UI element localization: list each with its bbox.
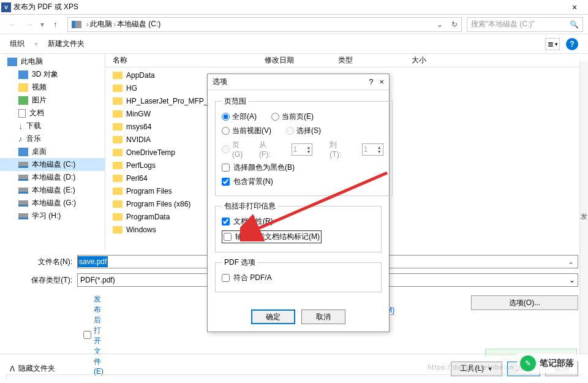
col-size[interactable]: 大小: [412, 55, 588, 66]
search-input[interactable]: 搜索"本地磁盘 (C:)" 🔍: [467, 17, 583, 32]
radio-pages: 页(G): [222, 140, 244, 159]
breadcrumb-dropdown[interactable]: ⌄: [432, 20, 448, 29]
documents-icon: [18, 109, 26, 118]
folder-icon: [113, 72, 123, 79]
folder-icon: [113, 188, 123, 195]
drivec-icon: [18, 162, 28, 168]
folder-icon: [113, 175, 123, 182]
drive-icon: [72, 21, 81, 28]
window-close-button[interactable]: ×: [562, 0, 587, 15]
sidebar-label: 此电脑: [21, 56, 43, 67]
folder-icon: [113, 110, 123, 118]
dialog-help-button[interactable]: ?: [369, 77, 373, 86]
breadcrumb-pc[interactable]: 此电脑: [90, 19, 112, 29]
radio-all[interactable]: 全部(A): [222, 112, 257, 122]
driveh-icon: [18, 213, 28, 219]
black-label: 选择颜色为黑色(B): [233, 162, 295, 173]
watermark-logo: ✎ 笔记部落: [517, 354, 577, 373]
sidebar-item-downloads[interactable]: ↓下载: [0, 119, 105, 132]
file-name: PerfLogs: [126, 161, 156, 170]
sidebar-item-3d[interactable]: 3D 对象: [0, 68, 105, 81]
nonprint-legend: 包括非打印信息: [222, 201, 278, 211]
right-collapsed-pane[interactable]: 发: [579, 61, 588, 354]
refresh-button[interactable]: ↻: [451, 20, 458, 29]
sidebar-item-computer[interactable]: 此电脑: [0, 55, 105, 68]
savetype-label: 保存类型(T):: [10, 275, 77, 286]
sidebar-label: 图片: [32, 95, 47, 105]
sidebar-label: 桌面: [32, 146, 47, 157]
nav-forward-button[interactable]: →: [22, 17, 37, 32]
nonprint-fieldset: 包括非打印信息 文档属性(R) 辅助功能文档结构标记(M): [215, 201, 382, 252]
options-button[interactable]: 选项(O)...: [471, 295, 578, 310]
sidebar-label: 3D 对象: [32, 69, 58, 80]
radio-current-view[interactable]: 当前视图(V): [222, 126, 271, 136]
from-spinner: 1▲▼: [292, 143, 313, 156]
sidebar-item-drivec[interactable]: 本地磁盘 (C:): [0, 158, 105, 171]
desktop-icon: [18, 148, 28, 156]
accessibility-checkbox[interactable]: [224, 233, 232, 241]
nav-back-button[interactable]: ←: [5, 17, 20, 32]
col-name[interactable]: 名称: [113, 55, 265, 66]
folder-icon: [113, 149, 123, 156]
black-checkbox[interactable]: [222, 164, 230, 172]
drivee-icon: [18, 188, 28, 194]
folder-icon: [113, 226, 123, 233]
radio-current[interactable]: 当前页(E): [271, 112, 314, 122]
file-name: HP_LaserJet_Pro_MFP_: [126, 97, 208, 105]
window-title: 发布为 PDF 或 XPS: [13, 2, 562, 12]
sidebar-item-documents[interactable]: 文档: [0, 107, 105, 119]
dialog-title: 选项: [213, 77, 227, 87]
page-range-legend: 页范围: [222, 96, 249, 107]
view-mode-button[interactable]: ≣▾: [545, 38, 560, 50]
sidebar-item-driveh[interactable]: 学习 (H:): [0, 210, 105, 222]
new-folder-button[interactable]: 新建文件夹: [48, 39, 85, 49]
watermark-url: https://docs.notetribe.cn: [428, 363, 514, 371]
sidebar-item-drived[interactable]: 本地磁盘 (D:): [0, 171, 105, 184]
sidebar-label: 本地磁盘 (G:): [32, 198, 76, 208]
organize-button[interactable]: 组织: [10, 39, 24, 49]
nav-sep: ▾: [39, 20, 45, 29]
hide-folders-button[interactable]: ᐱ 隐藏文件夹: [10, 363, 55, 374]
background-checkbox[interactable]: [222, 178, 230, 186]
nav-up-button[interactable]: ↑: [48, 17, 62, 32]
to-spinner: 1▲▼: [362, 143, 383, 156]
options-dialog: 选项 ? × 页范围 全部(A) 当前页(E) 当前视图(V) 选择(S) 页(…: [207, 74, 390, 332]
videos-icon: [18, 83, 28, 92]
dialog-close-button[interactable]: ×: [379, 77, 384, 86]
sidebar-item-drivee[interactable]: 本地磁盘 (E:): [0, 184, 105, 197]
pdfa-checkbox[interactable]: [222, 274, 230, 282]
sidebar-item-music[interactable]: ♪音乐: [0, 132, 105, 145]
sidebar-item-desktop[interactable]: 桌面: [0, 145, 105, 158]
sidebar-item-pictures[interactable]: 图片: [0, 94, 105, 107]
col-type[interactable]: 类型: [338, 55, 412, 66]
folder-icon: [113, 97, 123, 105]
file-name: msys64: [126, 123, 151, 131]
pdfa-label: 符合 PDF/A: [233, 273, 272, 283]
radio-selection: 选择(S): [286, 126, 321, 136]
music-icon: ♪: [18, 134, 23, 143]
toolbar: 组织 ▾ 新建文件夹 ≣▾ ?: [0, 34, 588, 54]
page-range-fieldset: 页范围 全部(A) 当前页(E) 当前视图(V) 选择(S) 页(G) 从(F)…: [215, 96, 393, 196]
column-headers: 名称 修改日期 类型 大小: [105, 54, 588, 67]
help-button[interactable]: ?: [566, 38, 578, 50]
sidebar-item-videos[interactable]: 视频: [0, 81, 105, 94]
dialog-ok-button[interactable]: 确定: [251, 309, 295, 324]
from-label: 从(F):: [259, 140, 274, 159]
docprops-checkbox[interactable]: [222, 218, 230, 226]
sidebar-item-driveg[interactable]: 本地磁盘 (G:): [0, 197, 105, 210]
docprops-label: 文档属性(R): [233, 216, 273, 227]
sidebar-label: 文档: [29, 108, 44, 118]
breadcrumb[interactable]: › 此电脑 › 本地磁盘 (C:) ⌄ ↻: [67, 17, 462, 32]
open-after-checkbox[interactable]: [83, 331, 91, 339]
breadcrumb-drive[interactable]: 本地磁盘 (C:): [117, 19, 160, 29]
pdfopt-legend: PDF 选项: [222, 257, 258, 268]
3d-icon: [18, 70, 28, 79]
app-icon: V: [1, 2, 11, 12]
background-label: 包含背景(N): [233, 176, 273, 187]
accessibility-label: 辅助功能文档结构标记(M): [235, 232, 320, 242]
to-label: 到(T):: [330, 140, 345, 159]
folder-icon: [113, 85, 123, 92]
dialog-cancel-button[interactable]: 取消: [301, 309, 345, 324]
sidebar-label: 本地磁盘 (E:): [32, 185, 75, 195]
col-date[interactable]: 修改日期: [265, 55, 338, 66]
